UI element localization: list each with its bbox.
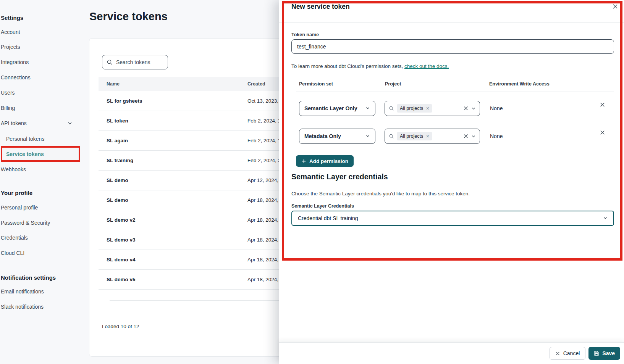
chip-label: All projects: [400, 134, 423, 139]
permission-set-value: Metadata Only: [304, 133, 341, 139]
semantic-layer-credentials-description: Choose the Semantic Layer credentials yo…: [291, 191, 470, 196]
drawer-header: New service token: [279, 0, 624, 23]
drawer-footer: Cancel Save: [279, 342, 624, 364]
close-icon[interactable]: [611, 2, 619, 11]
plus-icon: [301, 159, 306, 164]
token-name: SL demo v2: [99, 217, 247, 223]
token-name: SL demo: [99, 177, 247, 183]
sidebar-item-cloud-cli[interactable]: Cloud CLI: [1, 250, 24, 256]
search-icon: [389, 134, 394, 139]
chevron-down-icon: [365, 133, 370, 139]
docs-link[interactable]: check out the docs.: [404, 63, 449, 69]
semantic-layer-credentials-label: Semantic Layer Credentials: [291, 203, 354, 209]
column-header-permission-set: Permission set: [299, 81, 333, 87]
sidebar-item-account[interactable]: Account: [1, 29, 20, 35]
token-name: SL demo v4: [99, 257, 247, 263]
remove-permission-icon[interactable]: [600, 130, 605, 137]
search-input[interactable]: [116, 59, 163, 65]
token-name: SL demo v5: [99, 277, 247, 282]
chevron-down-icon[interactable]: [471, 134, 476, 139]
selected-project-chip: All projects ✕: [397, 132, 432, 140]
column-header-environment-write-access: Environment Write Access: [489, 81, 550, 87]
sidebar-item-billing[interactable]: Billing: [1, 105, 15, 111]
divider: [296, 92, 614, 92]
settings-sidebar: Settings Account Projects Integrations C…: [0, 0, 85, 364]
semantic-layer-credentials-select[interactable]: Credential dbt SL training: [291, 211, 614, 226]
sidebar-item-connections[interactable]: Connections: [1, 74, 31, 81]
chevron-down-icon[interactable]: [471, 106, 476, 111]
sidebar-item-users[interactable]: Users: [1, 90, 15, 96]
token-name: SL again: [99, 138, 247, 143]
close-icon: [555, 351, 560, 356]
search-icon: [107, 59, 113, 65]
clear-selection-icon[interactable]: [463, 134, 469, 139]
sidebar-item-credentials[interactable]: Credentials: [1, 235, 28, 241]
divider: [296, 123, 614, 123]
sidebar-item-email-notifications[interactable]: Email notifications: [1, 288, 44, 295]
save-label: Save: [602, 350, 615, 356]
token-name-label: Token name: [291, 32, 319, 37]
remove-permission-icon[interactable]: [600, 102, 605, 109]
token-name-input[interactable]: [291, 39, 614, 54]
sidebar-item-integrations[interactable]: Integrations: [1, 59, 29, 65]
chip-remove-icon[interactable]: ✕: [426, 106, 429, 111]
add-permission-label: Add permission: [309, 158, 348, 164]
loaded-status: Loaded 10 of 12: [102, 324, 139, 329]
chevron-down-icon: [603, 215, 608, 221]
column-header-project: Project: [385, 81, 401, 87]
clear-selection-icon[interactable]: [463, 106, 469, 111]
docs-help-prefix: To learn more about dbt Cloud's permissi…: [291, 63, 404, 69]
docs-help-text: To learn more about dbt Cloud's permissi…: [291, 63, 449, 69]
sidebar-heading-your-profile: Your profile: [1, 190, 32, 196]
chip-remove-icon[interactable]: ✕: [426, 134, 429, 139]
drawer-title: New service token: [291, 3, 350, 11]
selected-project-chip: All projects ✕: [397, 104, 432, 113]
sidebar-item-service-tokens[interactable]: Service tokens: [6, 151, 44, 157]
save-button[interactable]: Save: [588, 347, 620, 360]
sidebar-heading-notification-settings: Notification settings: [1, 274, 56, 281]
search-tokens-box: [102, 55, 168, 69]
column-header-name: Name: [99, 81, 247, 87]
page-title: Service tokens: [89, 10, 168, 23]
chevron-down-icon[interactable]: [67, 121, 73, 127]
sidebar-item-webhooks[interactable]: Webhooks: [1, 166, 26, 172]
sidebar-item-slack-notifications[interactable]: Slack notifications: [1, 304, 44, 310]
credential-value: Credential dbt SL training: [298, 215, 358, 221]
save-icon: [594, 351, 599, 356]
sidebar-item-personal-profile[interactable]: Personal profile: [1, 205, 38, 211]
environment-write-access-value: None: [490, 105, 503, 111]
token-name: SL token: [99, 118, 247, 124]
chevron-down-icon: [365, 105, 370, 111]
project-multiselect[interactable]: All projects ✕: [385, 101, 480, 116]
divider: [296, 151, 614, 151]
cancel-label: Cancel: [563, 350, 580, 356]
sidebar-item-password-security[interactable]: Password & Security: [1, 220, 50, 226]
permission-set-value: Semantic Layer Only: [304, 105, 357, 111]
sidebar-heading-settings: Settings: [1, 14, 23, 21]
project-multiselect[interactable]: All projects ✕: [385, 129, 480, 144]
token-name: SL for gsheets: [99, 98, 247, 104]
add-permission-button[interactable]: Add permission: [296, 155, 354, 167]
token-name: SL training: [99, 158, 247, 163]
token-name: SL demo v3: [99, 237, 247, 243]
sidebar-item-projects[interactable]: Projects: [1, 44, 20, 50]
token-name: SL demo: [99, 197, 247, 203]
environment-write-access-value: None: [490, 133, 503, 139]
cancel-button[interactable]: Cancel: [550, 347, 586, 360]
permission-set-select[interactable]: Metadata Only: [299, 129, 375, 144]
sidebar-item-personal-tokens[interactable]: Personal tokens: [6, 136, 44, 142]
sidebar-item-api-tokens[interactable]: API tokens: [1, 120, 27, 126]
permission-set-select[interactable]: Semantic Layer Only: [299, 101, 375, 116]
semantic-layer-credentials-heading: Semantic Layer credentials: [291, 172, 388, 181]
chip-label: All projects: [400, 106, 423, 111]
new-service-token-drawer: New service token Token name To learn mo…: [279, 0, 624, 364]
search-icon: [389, 106, 394, 111]
